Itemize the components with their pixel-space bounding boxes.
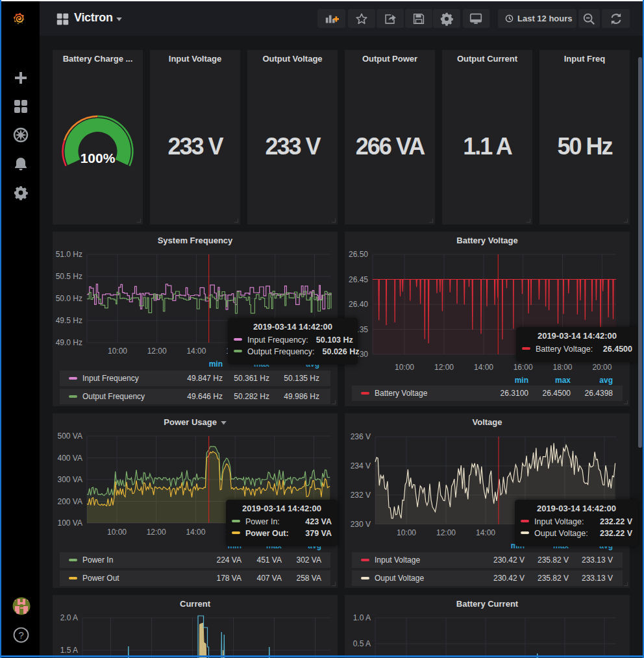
svg-text:14:00: 14:00	[186, 347, 206, 356]
svg-text:51.0 Hz: 51.0 Hz	[56, 250, 82, 259]
svg-text:26.50: 26.50	[349, 250, 368, 259]
svg-text:100 VA: 100 VA	[58, 518, 82, 528]
svg-text:10:00: 10:00	[108, 347, 127, 356]
svg-text:200 VA: 200 VA	[58, 497, 82, 506]
svg-text:500 VA: 500 VA	[58, 432, 82, 441]
svg-text:49.5 Hz: 49.5 Hz	[56, 316, 82, 325]
svg-text:49.0 Hz: 49.0 Hz	[56, 338, 82, 347]
svg-text:12:00: 12:00	[147, 347, 167, 356]
svg-text:50.5 Hz: 50.5 Hz	[56, 272, 82, 281]
svg-text:230 V: 230 V	[351, 520, 371, 529]
svg-text:26.40: 26.40	[349, 300, 368, 309]
svg-text:234 V: 234 V	[351, 461, 371, 470]
svg-text:20:00: 20:00	[592, 363, 612, 372]
svg-text:0.5 A: 0.5 A	[353, 639, 371, 648]
svg-text:10:00: 10:00	[397, 528, 416, 537]
svg-text:10:00: 10:00	[395, 363, 414, 372]
svg-text:26.45: 26.45	[349, 275, 368, 284]
svg-text:12:00: 12:00	[434, 363, 454, 372]
svg-text:1.5 A: 1.5 A	[60, 646, 78, 655]
svg-text:16:00: 16:00	[514, 363, 533, 372]
svg-text:18:00: 18:00	[552, 363, 572, 372]
svg-text:232 V: 232 V	[351, 491, 371, 500]
svg-text:12:00: 12:00	[436, 528, 456, 537]
svg-text:?: ?	[18, 630, 23, 640]
svg-text:300 VA: 300 VA	[58, 475, 82, 484]
svg-text:14:00: 14:00	[476, 528, 495, 537]
svg-text:1.0 A: 1.0 A	[353, 613, 371, 622]
svg-text:10:00: 10:00	[107, 528, 127, 537]
svg-text:400 VA: 400 VA	[58, 454, 82, 463]
svg-text:12:00: 12:00	[147, 528, 166, 537]
svg-text:2.0 A: 2.0 A	[60, 613, 78, 622]
svg-text:14:00: 14:00	[474, 363, 493, 372]
svg-text:50.0 Hz: 50.0 Hz	[56, 294, 82, 303]
svg-text:236 V: 236 V	[351, 432, 371, 441]
svg-text:100%: 100%	[80, 151, 116, 165]
svg-text:14:00: 14:00	[186, 528, 205, 537]
